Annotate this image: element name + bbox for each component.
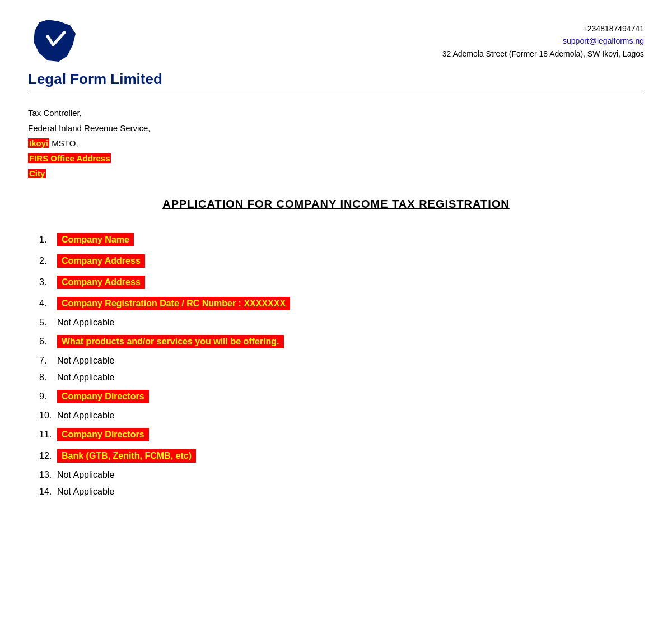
firs-highlight: FIRS Office Address <box>28 153 111 163</box>
item-text: Bank (GTB, Zenith, FCMB, etc) <box>57 449 196 463</box>
list-item: 12.Bank (GTB, Zenith, FCMB, etc) <box>39 449 644 463</box>
item-text: Company Registration Date / RC Number : … <box>57 297 290 310</box>
item-number: 2. <box>39 257 57 266</box>
firs-address-line: FIRS Office Address <box>28 151 644 166</box>
item-text: Not Applicable <box>57 471 114 479</box>
header-divider <box>28 94 644 94</box>
item-text: Company Directors <box>57 428 149 441</box>
item-text: Company Directors <box>57 390 149 403</box>
item-text: Company Name <box>57 233 134 246</box>
list-item: 2.Company Address <box>39 254 644 268</box>
list-item: 7.Not Applicable <box>39 356 644 365</box>
main-title: APPLICATION FOR COMPANY INCOME TAX REGIS… <box>28 198 644 211</box>
items-list: 1.Company Name2.Company Address3.Company… <box>39 233 644 496</box>
nigeria-map-logo <box>28 17 84 67</box>
item-text: Company Address <box>57 276 145 289</box>
item-text: Not Applicable <box>57 318 114 327</box>
city-line: City <box>28 166 644 181</box>
address-line2: Federal Inland Revenue Service, <box>28 120 644 136</box>
item-text: Not Applicable <box>57 373 114 382</box>
item-number: 14. <box>39 487 57 496</box>
list-item: 9.Company Directors <box>39 390 644 403</box>
list-item: 6.What products and/or services you will… <box>39 335 644 348</box>
item-number: 5. <box>39 318 57 327</box>
item-text: Not Applicable <box>57 487 114 496</box>
item-number: 1. <box>39 235 57 244</box>
item-number: 12. <box>39 451 57 460</box>
email-link[interactable]: support@legalforms.ng <box>563 36 644 45</box>
item-number: 13. <box>39 471 57 479</box>
svg-marker-0 <box>34 20 76 62</box>
company-name-label: Legal Form Limited <box>28 71 162 88</box>
item-number: 11. <box>39 430 57 439</box>
list-item: 13.Not Applicable <box>39 471 644 479</box>
logo-section: Legal Form Limited <box>28 17 162 88</box>
address-block: Tax Controller, Federal Inland Revenue S… <box>28 105 644 181</box>
item-number: 9. <box>39 392 57 401</box>
list-item: 11.Company Directors <box>39 428 644 441</box>
phone-number: +2348187494741 <box>442 22 644 35</box>
item-text: What products and/or services you will b… <box>57 335 284 348</box>
address-line3: Ikoyi MSTO, <box>28 136 644 151</box>
item-number: 10. <box>39 411 57 420</box>
list-item: 14.Not Applicable <box>39 487 644 496</box>
address-line3-rest: MSTO, <box>49 138 78 148</box>
item-number: 8. <box>39 373 57 382</box>
item-text: Company Address <box>57 254 145 268</box>
item-number: 7. <box>39 356 57 365</box>
item-number: 3. <box>39 278 57 287</box>
address-line1: Tax Controller, <box>28 105 644 120</box>
item-text: Not Applicable <box>57 356 114 365</box>
item-number: 4. <box>39 299 57 308</box>
list-item: 5.Not Applicable <box>39 318 644 327</box>
contact-section: +2348187494741 support@legalforms.ng 32 … <box>442 22 644 60</box>
list-item: 1.Company Name <box>39 233 644 246</box>
header: Legal Form Limited +2348187494741 suppor… <box>28 17 644 88</box>
city-highlight: City <box>28 169 46 178</box>
list-item: 10.Not Applicable <box>39 411 644 420</box>
list-item: 4.Company Registration Date / RC Number … <box>39 297 644 310</box>
office-address: 32 Ademola Street (Former 18 Ademola), S… <box>442 48 644 60</box>
list-item: 3.Company Address <box>39 276 644 289</box>
ikoyi-highlight: Ikoyi <box>28 138 49 148</box>
list-item: 8.Not Applicable <box>39 373 644 382</box>
item-text: Not Applicable <box>57 411 114 420</box>
item-number: 6. <box>39 337 57 346</box>
